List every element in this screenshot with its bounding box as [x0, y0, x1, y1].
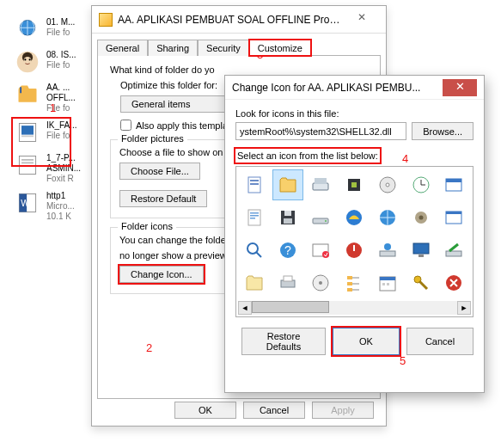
svg-rect-61	[347, 282, 352, 285]
svg-text:?: ?	[284, 243, 291, 257]
calendar-icon[interactable]	[373, 268, 402, 298]
list-item[interactable]: 01. M...File fo	[15, 17, 93, 43]
monitor-icon[interactable]	[406, 236, 436, 265]
svg-rect-32	[250, 215, 259, 217]
svg-text:W: W	[21, 198, 29, 208]
svg-point-5	[29, 58, 31, 60]
kind-label: What kind of folder do yo	[110, 64, 368, 75]
keys-icon[interactable]	[406, 268, 436, 298]
restore-defaults-button[interactable]: Restore Defaults	[241, 328, 326, 355]
svg-rect-20	[250, 183, 259, 185]
svg-point-49	[322, 251, 329, 258]
svg-rect-53	[413, 243, 429, 254]
svg-rect-7	[20, 87, 21, 93]
scroll-track[interactable]	[252, 301, 457, 315]
tab-general[interactable]: General	[97, 40, 148, 56]
choose-file-button[interactable]: Choose File...	[119, 163, 200, 180]
svg-point-38	[325, 220, 327, 222]
folder-icon[interactable]	[273, 170, 302, 199]
file-name: 1_7-P...	[46, 153, 81, 163]
svg-rect-36	[284, 218, 292, 224]
app-icon[interactable]	[439, 203, 468, 232]
scroll-left-icon[interactable]: ◄	[238, 301, 252, 315]
properties-titlebar[interactable]: AA. APLIKASI PEMBUAT SOAL OFFLINE Prope.…	[92, 6, 386, 34]
svg-rect-19	[250, 180, 259, 181]
svg-point-4	[24, 58, 26, 60]
svg-rect-62	[347, 288, 352, 292]
tree-icon[interactable]	[339, 268, 369, 298]
word-file-icon: W	[15, 191, 41, 217]
look-label: Look for icons in this file:	[235, 108, 474, 119]
disk-icon[interactable]	[306, 170, 335, 199]
icon-list[interactable]: ? ◄ ►	[235, 166, 474, 317]
cd-icon[interactable]	[373, 170, 402, 199]
annotation-4: 4	[402, 152, 408, 165]
printer-icon[interactable]	[273, 268, 302, 298]
svg-rect-35	[284, 211, 291, 216]
folder-icons-legend: Folder icons	[118, 221, 176, 231]
apply-button[interactable]: Apply	[312, 402, 374, 419]
run-icon[interactable]	[306, 236, 335, 265]
tab-sharing[interactable]: Sharing	[148, 40, 198, 56]
icon-path-input[interactable]	[235, 122, 406, 140]
list-item[interactable]: IK_FA...File fo	[15, 120, 93, 146]
browser-icon[interactable]	[339, 203, 369, 232]
floppy-icon[interactable]	[273, 203, 302, 232]
netdrive-icon[interactable]	[373, 236, 402, 265]
gear-icon[interactable]	[406, 203, 436, 232]
file-sub: 10.1 K	[46, 212, 75, 222]
svg-rect-29	[446, 179, 461, 182]
change-icon-button[interactable]: Change Icon...	[119, 266, 204, 283]
page-icon[interactable]	[240, 203, 269, 232]
tab-customize[interactable]: Customize	[249, 40, 311, 56]
svg-rect-10	[21, 136, 34, 138]
svg-rect-13	[21, 163, 34, 164]
cancel-button[interactable]: Cancel	[243, 402, 305, 419]
browse-button[interactable]: Browse...	[412, 122, 474, 140]
horizontal-scrollbar[interactable]: ◄ ►	[238, 301, 471, 315]
shutdown-icon[interactable]	[339, 236, 369, 265]
window-icon[interactable]	[439, 170, 468, 199]
optimize-select[interactable]: General items	[120, 95, 232, 113]
scroll-right-icon[interactable]: ►	[457, 301, 471, 315]
also-apply-label: Also apply this template	[136, 120, 235, 131]
tab-security[interactable]: Security	[198, 40, 249, 56]
globe-icon	[15, 17, 41, 43]
ok-button[interactable]: OK	[174, 402, 236, 419]
svg-rect-44	[446, 212, 461, 214]
help-icon[interactable]: ?	[273, 236, 302, 265]
file-name: 01. M...	[46, 17, 75, 28]
file-sub: Micro...	[46, 201, 75, 212]
disc-icon[interactable]	[306, 268, 335, 298]
doc-icon[interactable]	[240, 170, 269, 199]
properties-buttons: OK Cancel Apply	[174, 402, 374, 419]
file-name: ASMIN...	[46, 163, 81, 174]
close-icon[interactable]: ✕	[345, 11, 379, 28]
close-icon[interactable]: ✕	[443, 79, 477, 96]
search-icon[interactable]	[240, 236, 269, 265]
globe-icon[interactable]	[373, 203, 402, 232]
folder-new-icon[interactable]	[240, 268, 269, 298]
restore-default-picture-button[interactable]: Restore Default	[119, 190, 207, 207]
select-icon-label: Select an icon from the list below:	[235, 149, 380, 163]
scroll-thumb[interactable]	[252, 301, 329, 313]
change-icon-titlebar[interactable]: Change Icon for AA. APLIKASI PEMBU... ✕	[225, 76, 484, 100]
folder-icon	[15, 83, 41, 108]
annotation-2: 2	[146, 341, 152, 354]
svg-rect-55	[446, 251, 461, 256]
clock-icon[interactable]	[406, 170, 436, 199]
cancel-button[interactable]: Cancel	[406, 328, 474, 355]
drive-icon[interactable]	[306, 203, 335, 232]
list-item[interactable]: 08. IS...File fo	[15, 50, 93, 76]
error-icon[interactable]	[439, 268, 468, 298]
tab-strip: General Sharing Security Customize	[92, 34, 386, 55]
annotation-5: 5	[400, 354, 406, 367]
list-item[interactable]: W http1Micro...10.1 K	[15, 191, 93, 222]
also-apply-checkbox[interactable]	[120, 120, 131, 131]
ok-button[interactable]: OK	[333, 328, 400, 355]
chip-icon[interactable]	[339, 170, 369, 199]
properties-title: AA. APLIKASI PEMBUAT SOAL OFFLINE Prope.…	[118, 14, 345, 26]
list-item[interactable]: 1_7-P...ASMIN...Foxit R	[15, 153, 93, 184]
file-sub: File fo	[46, 60, 76, 71]
connect-icon[interactable]	[439, 236, 468, 265]
